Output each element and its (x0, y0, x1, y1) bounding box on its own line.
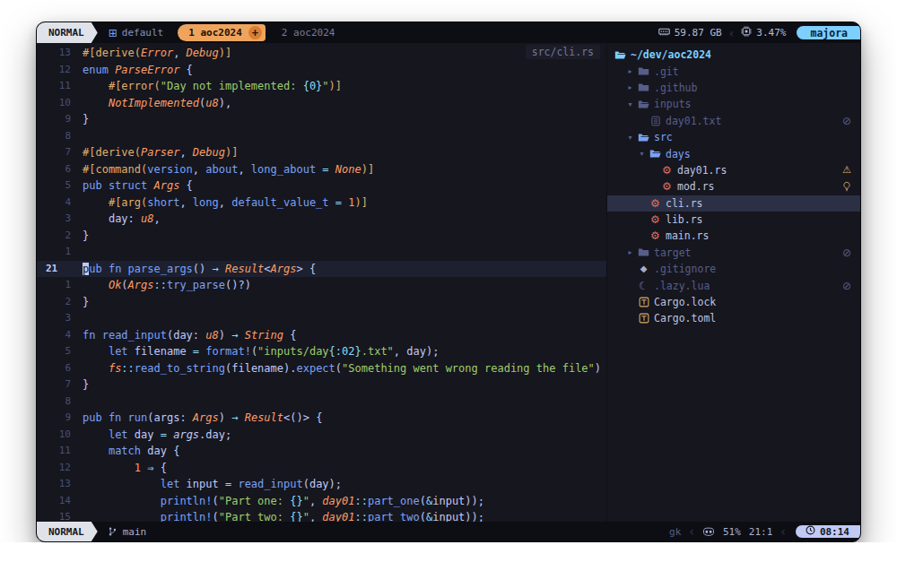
code-line[interactable]: 3 day: u8, (37, 211, 606, 228)
code-line[interactable]: 12 1 ⇒ { (37, 460, 606, 477)
cpu-icon (741, 26, 752, 39)
tree-item-label: .git (654, 65, 679, 78)
code-line[interactable]: 4fn read_input(day: u8) → String { (37, 327, 606, 344)
moon-icon: ☾ (636, 281, 651, 291)
code-line[interactable]: 1 Ok(Args::try_parse()?) (37, 277, 606, 294)
tree-item-label: inputs (654, 98, 692, 110)
tree-item-mod.rs[interactable]: ⚙mod.rs (607, 178, 860, 195)
line-number: 9 (37, 111, 71, 128)
tab-aoc2024-2[interactable]: 2 aoc2024 (282, 27, 335, 39)
git-diamond-icon: ◆ (636, 264, 651, 273)
tree-item-day01.rs[interactable]: ⚙day01.rs⚠ (607, 162, 860, 178)
file-tree[interactable]: ~/dev/aoc2024▸.git▸.github▾inputsday01.t… (606, 43, 860, 522)
code-line[interactable]: 9pub fn run(args: Args) → Result<()> { (37, 410, 606, 427)
git-branch: main (108, 526, 147, 538)
code-line[interactable]: 6 fs::read_to_string(filename).expect("S… (37, 360, 606, 377)
tree-item-days[interactable]: ▾days (607, 145, 860, 161)
code-line[interactable]: 15 println!("Part two: {}", day01::part_… (37, 509, 606, 522)
code-line[interactable]: 6#[command(version, about, long_about = … (37, 161, 606, 178)
code-line[interactable]: 14 println!("Part one: {}", day01::part_… (37, 493, 606, 510)
grid-icon: ⊞ (109, 27, 118, 39)
line-number: 7 (37, 376, 71, 393)
code-line[interactable]: 12enum ParseError { (37, 62, 606, 79)
code-line[interactable]: 2} (37, 294, 606, 311)
line-number: 2 (37, 228, 71, 245)
tree-item-main.rs[interactable]: ⚙main.rs (607, 228, 860, 244)
folder-icon (636, 246, 651, 258)
editor-pane[interactable]: src/cli.rs 13#[derive(Error, Debug)]12en… (37, 43, 606, 522)
chevron-right-icon[interactable]: ▸ (624, 67, 636, 75)
code-line[interactable]: 13#[derive(Error, Debug)] (37, 45, 606, 62)
code-line[interactable]: 7} (37, 376, 606, 393)
tree-item-label: .github (654, 82, 697, 94)
code-line[interactable]: 11 #[error("Day not implemented: {0}")] (37, 78, 606, 95)
tree-item-Cargo.lock[interactable]: Cargo.lock (607, 294, 860, 310)
tab-default[interactable]: ⊞ default (109, 27, 163, 39)
tree-item-Cargo.toml[interactable]: Cargo.toml (607, 310, 860, 326)
code-text: } (83, 376, 89, 393)
tree-item-day01.txt[interactable]: day01.txt⊘ (607, 113, 860, 129)
tree-item-.gitignore[interactable]: ◆.gitignore (607, 261, 860, 277)
line-number: 3 (37, 310, 71, 327)
code-line[interactable]: 3 (37, 310, 606, 327)
code-text: println!("Part one: {}", day01::part_one… (83, 493, 484, 510)
line-number: 13 (37, 476, 71, 493)
code-line[interactable]: 10 let day = args.day; (37, 427, 606, 444)
code-line[interactable]: 11 match day { (37, 443, 606, 460)
code-line[interactable]: 4 #[arg(short, long, default_value_t = 1… (37, 195, 606, 212)
tree-item-label: ~/dev/aoc2024 (631, 48, 711, 61)
tab-aoc2024-active[interactable]: 1 aoc2024 + (178, 24, 266, 41)
code-line[interactable]: 21pub fn parse_args() → Result<Args> { (37, 261, 606, 278)
tree-item-target[interactable]: ▸target⊘ (607, 245, 860, 261)
code-area[interactable]: 13#[derive(Error, Debug)]12enum ParseErr… (37, 45, 606, 522)
line-number: 7 (37, 144, 71, 161)
rust-icon: ⚙ (648, 214, 663, 225)
clock-badge: 08:14 (796, 525, 860, 538)
line-number: 4 (37, 195, 71, 212)
code-line[interactable]: 5pub struct Args { (37, 177, 606, 195)
code-text: fn read_input(day: u8) → String { (83, 327, 297, 344)
folder-open-icon (613, 49, 628, 61)
clock-icon (806, 525, 815, 538)
chevron-right-icon[interactable]: ▸ (624, 248, 636, 256)
line-number: 9 (37, 410, 71, 427)
code-line[interactable]: 8 (37, 393, 606, 411)
line-number: 6 (37, 360, 71, 377)
code-line[interactable]: 1 (37, 244, 606, 261)
code-text: pub struct Args { (83, 177, 193, 195)
tree-item-.git[interactable]: ▸.git (607, 63, 860, 79)
code-line[interactable]: 5 let filename = format!("inputs/day{:02… (37, 343, 606, 360)
chevron-down-icon[interactable]: ▾ (624, 134, 636, 142)
new-tab-icon[interactable]: + (248, 26, 262, 39)
tree-item-label: lib.rs (666, 213, 703, 226)
code-line[interactable]: 7#[derive(Parser, Debug)] (37, 144, 606, 161)
code-line[interactable]: 10 NotImplemented(u8), (37, 95, 606, 112)
line-number: 11 (37, 443, 71, 460)
mode-indicator: NORMAL (37, 522, 98, 541)
code-line[interactable]: 8 (37, 128, 606, 145)
hostname-badge: majora (797, 26, 860, 39)
tree-item-.github[interactable]: ▸.github (607, 80, 860, 96)
chevron-right-icon[interactable]: ▸ (624, 83, 636, 91)
rust-icon: ⚙ (659, 181, 675, 192)
chevron-down-icon[interactable]: ▾ (624, 100, 636, 108)
separator-icon: ‹ (780, 525, 786, 538)
tree-item-src[interactable]: ▾src (607, 129, 860, 145)
line-number: 10 (37, 427, 71, 444)
code-line[interactable]: 9} (37, 111, 606, 128)
tree-item-cli.rs[interactable]: ⚙cli.rs (607, 195, 860, 212)
code-line[interactable]: 2} (37, 228, 606, 245)
line-number: 4 (37, 327, 71, 344)
code-line[interactable]: 13 let input = read_input(day); (37, 476, 606, 493)
code-text: #[derive(Parser, Debug)] (83, 144, 238, 161)
tree-item-label: day01.txt (666, 115, 721, 127)
rust-icon: ⚙ (648, 230, 663, 241)
cpu-value: 3.47% (756, 27, 786, 39)
tree-item-.lazy.lua[interactable]: ☾.lazy.lua⊘ (607, 277, 860, 293)
tree-item-lib.rs[interactable]: ⚙lib.rs (607, 212, 860, 228)
cursor-position: 21:1 (749, 526, 773, 538)
chevron-down-icon[interactable]: ▾ (636, 150, 648, 158)
tree-item-inputs[interactable]: ▾inputs (607, 96, 860, 112)
tree-item-devaoc2024[interactable]: ~/dev/aoc2024 (607, 47, 860, 63)
system-stats: 59.87 GB ‹ 3.47% majora (658, 26, 860, 39)
